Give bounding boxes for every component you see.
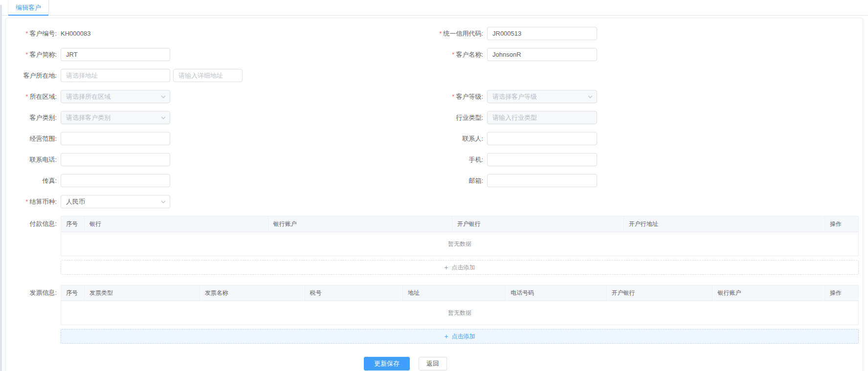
column-header: 操作 [825, 217, 858, 232]
required-mark: * [25, 51, 28, 58]
back-button[interactable]: 返回 [419, 357, 447, 371]
invoice-table: 序号 发票类型 发票名称 税号 地址 电话号码 开户银行 银行账户 操作 暂无数… [61, 285, 859, 325]
required-mark: * [452, 93, 454, 100]
column-header: 开户银行 [452, 217, 624, 232]
tab-edit-customer[interactable]: 编辑客户 [8, 0, 49, 15]
form-row: 传真: 邮箱: [7, 174, 863, 187]
column-header: 操作 [825, 285, 858, 301]
form-footer: 更新保存 返回 [7, 357, 804, 371]
payment-add-row-button[interactable]: + 点击添加 [61, 260, 859, 275]
currency-label: * 结算币种: [7, 197, 61, 206]
payment-info-section: 付款信息: 序号 银行 银行账户 开户银行 开户行地址 操作 暂无数据 + [7, 216, 863, 275]
region-label: * 所在区域: [7, 92, 61, 101]
location-address-input[interactable] [61, 69, 170, 82]
short-name-label: * 客户简称: [7, 50, 61, 59]
mobile-label: 手机: [436, 155, 487, 164]
business-scope-label: 经营范围: [7, 134, 61, 143]
chevron-down-icon [588, 95, 593, 98]
chevron-down-icon [161, 95, 166, 98]
required-mark: * [439, 30, 442, 37]
category-label: 客户类别: [7, 113, 61, 122]
invoice-info-label: 发票信息: [7, 285, 61, 297]
customer-no-value: KH000083 [61, 30, 90, 37]
chevron-down-icon [161, 200, 166, 203]
contact-person-label: 联系人: [436, 134, 487, 143]
invoice-empty-state: 暂无数据 [61, 301, 858, 325]
currency-select[interactable]: 人民币 [61, 195, 170, 208]
column-header: 税号 [305, 285, 403, 301]
invoice-info-section: 发票信息: 序号 发票类型 发票名称 税号 地址 电话号码 开户银行 银行账户 … [7, 285, 863, 344]
customer-no-label: * 客户编号: [7, 29, 61, 38]
form-row: * 客户编号: KH000083 * 统一信用代码: [7, 27, 863, 40]
column-header: 序号 [61, 285, 85, 301]
industry-input[interactable] [487, 111, 597, 124]
phone-label: 联系电话: [7, 155, 61, 164]
tab-label: 编辑客户 [16, 3, 41, 12]
contact-person-input[interactable] [487, 132, 597, 145]
grade-select[interactable]: 请选择客户等级 [487, 90, 597, 103]
edit-customer-page: 编辑客户 * 客户编号: KH000083 * 统一信用代码: [0, 0, 868, 371]
required-mark: * [25, 93, 28, 100]
payment-info-label: 付款信息: [7, 216, 61, 228]
update-save-button[interactable]: 更新保存 [364, 357, 410, 371]
edit-customer-form-card: * 客户编号: KH000083 * 统一信用代码: * 客户简称: [5, 18, 863, 371]
column-header: 开户银行 [607, 285, 713, 301]
payment-table: 序号 银行 银行账户 开户银行 开户行地址 操作 暂无数据 [61, 216, 859, 256]
form-row: * 结算币种: 人民币 [7, 195, 863, 208]
customer-name-input[interactable] [487, 48, 597, 61]
short-name-input[interactable] [61, 48, 170, 61]
form-row: 经营范围: 联系人: [7, 132, 863, 145]
tab-bar: 编辑客户 [2, 0, 868, 16]
plus-icon: + [444, 332, 448, 340]
invoice-add-row-button[interactable]: + 点击添加 [61, 329, 859, 344]
category-select[interactable]: 请选择客户类别 [61, 111, 170, 124]
form-row: * 客户简称: * 客户名称: [7, 48, 863, 61]
email-input[interactable] [487, 174, 597, 187]
payment-table-header: 序号 银行 银行账户 开户银行 开户行地址 操作 [61, 217, 858, 232]
location-detail-input[interactable] [173, 69, 243, 82]
grade-label: * 客户等级: [436, 92, 487, 101]
required-mark: * [452, 51, 454, 58]
form-row: * 所在区域: 请选择所在区域 * 客户等级: 请选择客户等级 [7, 90, 863, 103]
customer-name-label: * 客户名称: [436, 50, 487, 59]
column-header: 发票类型 [85, 285, 200, 301]
chevron-down-icon [161, 116, 166, 119]
phone-input[interactable] [61, 153, 170, 166]
email-label: 邮箱: [436, 176, 487, 185]
column-header: 银行 [85, 217, 268, 232]
business-scope-input[interactable] [61, 132, 170, 145]
required-mark: * [25, 30, 28, 37]
mobile-input[interactable] [487, 153, 597, 166]
uscc-input[interactable] [487, 27, 597, 40]
form-row: 客户类别: 请选择客户类别 行业类型: [7, 111, 863, 124]
column-header: 序号 [61, 217, 85, 232]
fax-label: 传真: [7, 176, 61, 185]
invoice-table-header: 序号 发票类型 发票名称 税号 地址 电话号码 开户银行 银行账户 操作 [61, 285, 858, 301]
location-label: 客户所在地: [7, 71, 61, 80]
industry-label: 行业类型: [436, 113, 487, 122]
uscc-label: * 统一信用代码: [436, 29, 487, 38]
required-mark: * [25, 198, 28, 205]
column-header: 发票名称 [200, 285, 305, 301]
column-header: 地址 [403, 285, 506, 301]
region-select[interactable]: 请选择所在区域 [61, 90, 170, 103]
form-row: 联系电话: 手机: [7, 153, 863, 166]
column-header: 电话号码 [506, 285, 606, 301]
column-header: 银行账户 [268, 217, 452, 232]
column-header: 开户行地址 [624, 217, 825, 232]
plus-icon: + [444, 263, 448, 271]
left-edge-strip [0, 5, 2, 371]
fax-input[interactable] [61, 174, 170, 187]
payment-empty-state: 暂无数据 [61, 232, 858, 256]
form-row: 客户所在地: [7, 69, 863, 82]
column-header: 银行账户 [712, 285, 825, 301]
